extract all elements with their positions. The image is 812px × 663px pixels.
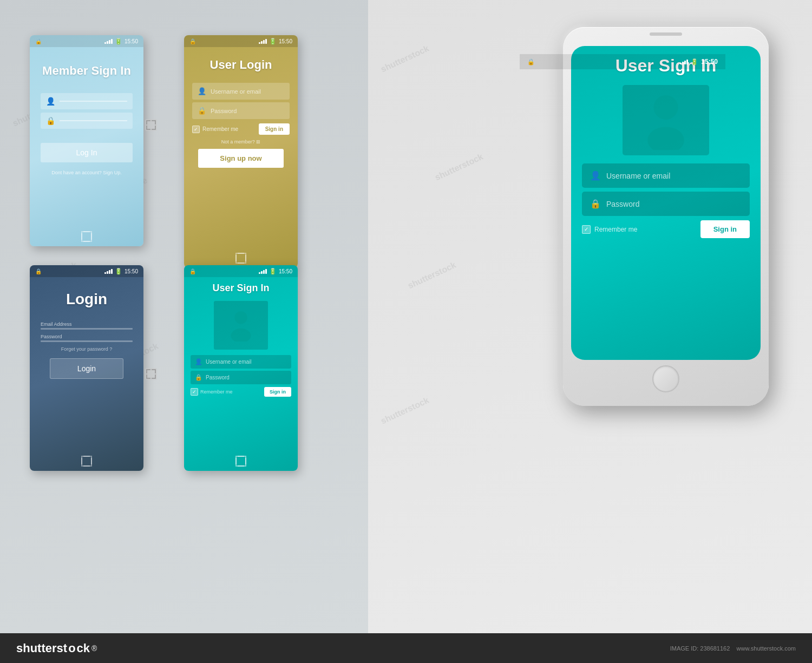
signup-now-button[interactable]: Sign up now xyxy=(198,149,283,168)
big-signin-button[interactable]: Sign in xyxy=(700,220,750,238)
login-button-1[interactable]: Log In xyxy=(41,143,133,162)
signal-icon-2 xyxy=(259,38,267,44)
big-avatar-silhouette xyxy=(641,90,690,150)
status-right-4: 🔋 15:50 xyxy=(259,268,292,275)
password-placeholder-4: Password xyxy=(206,375,230,380)
signal-icon-4 xyxy=(259,268,267,274)
status-bar-big: 🔒 🔋 15:50 xyxy=(571,54,725,69)
avatar-box-4 xyxy=(214,301,268,350)
card2-title: User Login xyxy=(184,47,298,80)
username-field-1[interactable]: 👤 xyxy=(41,93,133,109)
expand-inline: ⊞ xyxy=(256,139,260,145)
username-placeholder-big: Username or email xyxy=(606,172,670,180)
signal-icon xyxy=(104,38,113,44)
remember-label-2: Remember me xyxy=(202,126,238,132)
card-user-login: 🔒 🔋 15:50 User Login 👤 Username or email… xyxy=(184,35,298,268)
big-username-field[interactable]: 👤 Username or email xyxy=(582,163,750,188)
card4-title: User Sign In xyxy=(184,277,298,298)
time-display-4: 15:50 xyxy=(279,268,292,274)
login-button-3[interactable]: Login xyxy=(50,358,123,379)
bottom-bar: shutterst o ck ® IMAGE ID: 238681162 www… xyxy=(0,633,812,663)
big-password-field[interactable]: 🔒 Password xyxy=(582,192,750,216)
user-icon-big: 👤 xyxy=(590,170,601,181)
signal-icon-big xyxy=(680,59,688,64)
signin-button-4[interactable]: Sign in xyxy=(264,387,291,397)
battery-icon-2: 🔋 xyxy=(269,38,277,45)
lock-icon-4: 🔒 xyxy=(189,268,196,274)
forgot-text-3: Forget your password ? xyxy=(34,346,139,352)
big-remember-label: Remember me xyxy=(594,226,637,233)
remember-left-2: ✓ Remember me xyxy=(192,126,238,133)
signup-text-1: Dont have an account? Sign Up. xyxy=(30,167,143,179)
username-placeholder-2: Username or email xyxy=(211,88,261,95)
logo-ck: ck xyxy=(77,641,90,655)
not-member-text: Not a member? ⊞ xyxy=(192,139,290,145)
username-field-4[interactable]: 👤 Username or email xyxy=(191,355,291,369)
time-display-3: 15:50 xyxy=(125,268,138,274)
password-placeholder-big: Password xyxy=(606,200,639,208)
big-remember-left: ✓ Remember me xyxy=(582,225,637,234)
not-member-label: Not a member? xyxy=(221,139,255,145)
battery-icon: 🔋 xyxy=(115,38,122,45)
battery-icon-big: 🔋 xyxy=(691,58,698,65)
checkbox-4[interactable]: ✓ xyxy=(191,388,198,396)
user-icon-4: 👤 xyxy=(195,358,202,365)
lock-icon-2: 🔒 xyxy=(189,38,196,44)
status-bar-3: 🔒 🔋 15:50 xyxy=(30,265,143,277)
remember-row-2: ✓ Remember me Sign in xyxy=(192,123,290,135)
svg-point-2 xyxy=(654,95,678,120)
password-placeholder-2: Password xyxy=(211,108,237,114)
email-input-3[interactable] xyxy=(41,328,133,330)
password-field-1[interactable]: 🔒 xyxy=(41,113,133,129)
password-input-3[interactable] xyxy=(41,340,133,342)
avatar-silhouette-4 xyxy=(227,309,254,342)
status-right-big: 🔋 15:50 xyxy=(680,58,718,65)
home-button[interactable] xyxy=(652,365,679,392)
image-id: IMAGE ID: 238681162 xyxy=(670,645,730,652)
checkbox-2[interactable]: ✓ xyxy=(192,126,200,133)
connector-2 xyxy=(145,368,157,380)
password-label-3: Password xyxy=(41,334,133,339)
trademark-symbol: ® xyxy=(91,644,97,653)
svg-point-0 xyxy=(234,311,247,324)
big-avatar-box xyxy=(623,85,709,155)
time-display-2: 15:50 xyxy=(279,38,292,44)
svg-point-3 xyxy=(647,127,684,150)
status-right-3: 🔋 15:50 xyxy=(104,268,138,275)
battery-icon-4: 🔋 xyxy=(269,268,277,275)
remember-label-4: Remember me xyxy=(200,389,233,395)
card3-title: Login xyxy=(30,277,143,319)
password-field-4[interactable]: 🔒 Password xyxy=(191,371,291,384)
user-icon-2: 👤 xyxy=(198,87,206,95)
status-right-2: 🔋 15:50 xyxy=(259,38,292,45)
email-label-3: Email Address xyxy=(41,321,133,327)
signin-button-2[interactable]: Sign in xyxy=(259,123,290,135)
card-member-signin: 🔒 🔋 15:50 Member Sign In 👤 🔒 Log In Dont… xyxy=(30,35,143,246)
password-field-2[interactable]: 🔒 Password xyxy=(192,102,290,119)
lock-icon-field-4: 🔒 xyxy=(195,374,202,381)
big-remember-row: ✓ Remember me Sign in xyxy=(582,220,750,238)
lock-field-icon: 🔒 xyxy=(46,116,55,125)
lock-icon: 🔒 xyxy=(35,38,42,44)
lock-icon-field-2: 🔒 xyxy=(198,107,206,115)
card-user-signin-small: 🔒 🔋 15:50 User Sign In 👤 Username or ema… xyxy=(184,265,298,471)
phone-shell: 🔒 🔋 15:50 User Sign In xyxy=(563,27,769,406)
username-placeholder-4: Username or email xyxy=(206,359,251,365)
website-url: www.shutterstock.com xyxy=(737,645,796,652)
card1-title: Member Sign In xyxy=(30,47,143,90)
username-field-2[interactable]: 👤 Username or email xyxy=(192,83,290,100)
phone-screen: 🔒 🔋 15:50 User Sign In xyxy=(571,46,761,360)
big-checkbox[interactable]: ✓ xyxy=(582,225,591,234)
expand-icon-2 xyxy=(235,253,246,264)
signal-icon-3 xyxy=(104,268,113,274)
time-display: 15:50 xyxy=(125,38,138,44)
user-icon: 👤 xyxy=(46,97,55,106)
big-phone-container: 🔒 🔋 15:50 User Sign In xyxy=(563,27,769,406)
status-bar-4: 🔒 🔋 15:50 xyxy=(184,265,298,277)
connector-1 xyxy=(145,119,157,131)
svg-point-1 xyxy=(231,329,251,342)
status-right: 🔋 15:50 xyxy=(104,38,138,45)
logo-o: o xyxy=(68,641,75,655)
lock-icon-big-field: 🔒 xyxy=(590,199,601,209)
expand-icon-4 xyxy=(235,456,246,467)
